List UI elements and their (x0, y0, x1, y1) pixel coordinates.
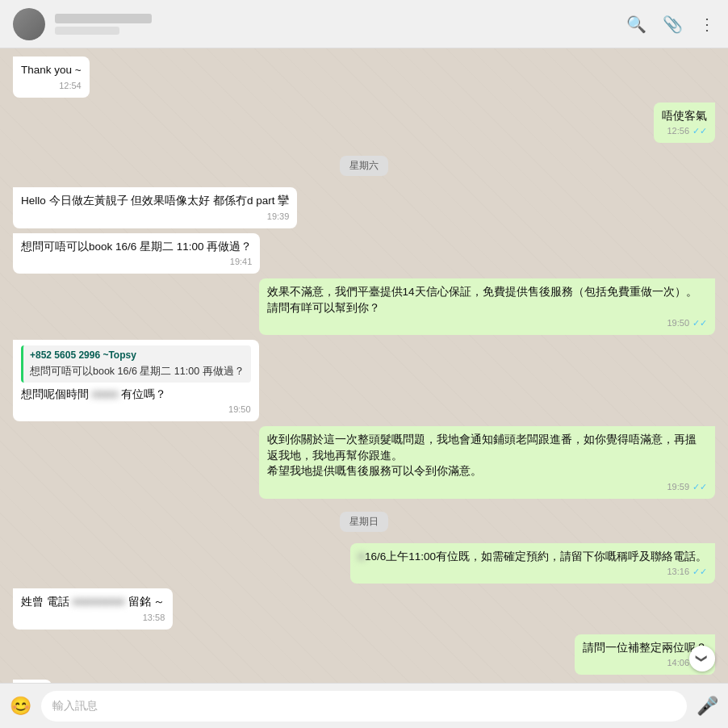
day-label: 星期六 (340, 156, 388, 176)
message-time: 12:56 (667, 125, 689, 138)
chevron-down-icon: ❯ (696, 654, 709, 663)
bubble-row: 唔使客氣 12:56 ✓✓ (13, 103, 715, 144)
message-bubble: Hello 今日做左黃靚子 但效果唔像太好 都係冇d part 攣 19:39 (13, 187, 297, 228)
header-icons: 🔍 📎 ⋮ (626, 15, 715, 34)
message-time: 19:41 (230, 256, 253, 269)
message-bubble: 效果不滿意，我們平臺提供14天信心保証，免費提供售後服務（包括免費重做一次）。請… (259, 278, 716, 335)
message-text: Hello 今日做左黃靚子 但效果唔像太好 都係冇d part 攣 (21, 193, 289, 209)
day-label: 星期日 (340, 512, 388, 532)
check-mark: ✓✓ (692, 125, 707, 138)
header-info (55, 14, 617, 35)
bubble-row: Thank you ~ 12:54 (13, 56, 715, 98)
bubble-meta: 19:41 (21, 256, 252, 269)
message-bubble: ■16/6上午11:00有位既，如需確定預約，請留下你嘅稱呼及聯絡電話。 13:… (350, 543, 715, 584)
day-separator: 星期六 (13, 156, 715, 176)
mic-button[interactable]: 🎤 (697, 696, 718, 717)
message-bubble: 姓曾 電話 ■■■■■■■■ 留銘 ～ 13:58 (13, 588, 173, 630)
message-text: ■16/6上午11:00有位既，如需確定預約，請留下你嘅稱呼及聯絡電話。 (358, 549, 707, 565)
bubble-row: +852 5605 2996 ~Topsy 想問可唔可以book 16/6 星期… (13, 340, 715, 421)
message-text: 效果不滿意，我們平臺提供14天信心保証，免費提供售後服務（包括免費重做一次）。請… (267, 284, 708, 316)
emoji-button[interactable]: 😊 (10, 696, 31, 717)
attachment-icon[interactable]: 📎 (663, 15, 683, 34)
message-time: 19:50 (228, 404, 251, 416)
message-time: 12:54 (59, 80, 82, 93)
search-icon[interactable]: 🔍 (626, 15, 646, 34)
input-placeholder: 輸入訊息 (52, 699, 98, 713)
bubble-row: 效果不滿意，我們平臺提供14天信心保証，免費提供售後服務（包括免費重做一次）。請… (13, 278, 715, 335)
bubble-meta: 12:56 ✓✓ (662, 125, 707, 138)
message-text: 姓曾 電話 ■■■■■■■■ 留銘 ～ (21, 594, 165, 610)
quote-block: +852 5605 2996 ~Topsy 想問可唔可以book 16/6 星期… (21, 345, 251, 383)
messages-area: Thank you ~ 12:54 唔使客氣 12:56 ✓✓ 星期六 (0, 48, 728, 683)
message-time: 13:58 (143, 612, 165, 625)
bubble-row: Hello 今日做左黃靚子 但效果唔像太好 都係冇d part 攣 19:39 (13, 187, 715, 228)
bubble-meta: 13:16 ✓✓ (358, 566, 707, 579)
bubble-row: 姓曾 電話 ■■■■■■■■ 留銘 ～ 13:58 (13, 588, 715, 630)
message-bubble: 收到你關於這一次整頭髮嘅問題，我地會通知鋪頭老闆跟進番，如你覺得唔滿意，再搵返我… (259, 426, 716, 499)
quote-author: +852 5605 2996 ~Topsy (30, 349, 245, 362)
check-mark: ✓✓ (692, 566, 707, 579)
message-time: 19:59 (667, 481, 689, 494)
input-bar: 😊 輸入訊息 🎤 (0, 683, 728, 728)
contact-name (55, 14, 152, 23)
message-time: 19:39 (267, 211, 290, 224)
message-bubble: 想問可唔可以book 16/6 星期二 11:00 再做過？ 19:41 (13, 233, 260, 274)
bubble-meta: 19:50 (21, 404, 251, 416)
message-time: 14:06 (667, 657, 689, 670)
check-mark: ✓✓ (692, 481, 707, 494)
message-text: 收到你關於這一次整頭髮嘅問題，我地會通知鋪頭老闆跟進番，如你覺得唔滿意，再搵返我… (267, 432, 708, 479)
message-text: 唔使客氣 (662, 108, 707, 124)
quote-text: 想問可唔可以book 16/6 星期二 11:00 再做過？ (30, 364, 245, 379)
message-text: 想問呢個時間 ■■■■ 有位嗎？ (21, 387, 251, 403)
chat-header: 🔍 📎 ⋮ (0, 0, 728, 48)
message-bubble: +852 5605 2996 ~Topsy 想問可唔可以book 16/6 星期… (13, 340, 259, 421)
message-text: Thank you ~ (21, 62, 82, 78)
scroll-to-bottom-button[interactable]: ❯ (689, 646, 715, 672)
bubble-meta: 13:58 (21, 612, 165, 625)
bubble-meta: 12:54 (21, 80, 82, 93)
check-mark: ✓✓ (692, 317, 707, 330)
day-separator: 星期日 (13, 512, 715, 532)
contact-status (55, 27, 119, 35)
message-input[interactable]: 輸入訊息 (41, 691, 687, 722)
avatar (13, 8, 45, 40)
message-text: 請問一位補整定兩位呢？ (583, 640, 707, 656)
message-bubble: Thank you ~ 12:54 (13, 56, 90, 98)
message-text: 想問可唔可以book 16/6 星期二 11:00 再做過？ (21, 239, 252, 255)
bubble-meta: 14:06 ✓✓ (583, 657, 707, 670)
menu-icon[interactable]: ⋮ (699, 15, 715, 34)
bubble-row: 想問可唔可以book 16/6 星期二 11:00 再做過？ 19:41 (13, 233, 715, 274)
message-bubble: 一位 14:06 (13, 680, 52, 683)
bubble-row: 收到你關於這一次整頭髮嘅問題，我地會通知鋪頭老闆跟進番，如你覺得唔滿意，再搵返我… (13, 426, 715, 499)
bubble-row: 請問一位補整定兩位呢？ 14:06 ✓✓ (13, 634, 715, 676)
bubble-meta: 19:50 ✓✓ (267, 317, 708, 330)
message-time: 19:50 (667, 317, 689, 330)
chat-container: 🔍 📎 ⋮ Thank you ~ 12:54 唔使客氣 12:56 ✓✓ (0, 0, 728, 728)
bubble-meta: 19:59 ✓✓ (267, 481, 708, 494)
message-time: 13:16 (667, 566, 689, 579)
bubble-meta: 19:39 (21, 211, 289, 224)
message-bubble: 唔使客氣 12:56 ✓✓ (654, 103, 715, 144)
bubble-row: ■16/6上午11:00有位既，如需確定預約，請留下你嘅稱呼及聯絡電話。 13:… (13, 543, 715, 584)
